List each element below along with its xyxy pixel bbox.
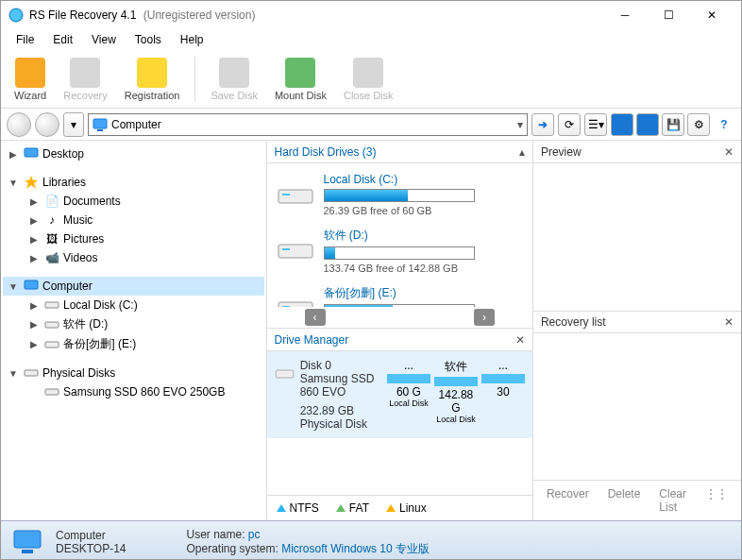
main-area: ▶ Desktop ▼ Libraries ▶📄Documents▶♪Music…	[1, 141, 741, 520]
close-icon[interactable]: ✕	[515, 333, 525, 347]
menu-tools[interactable]: Tools	[126, 31, 171, 48]
svg-rect-9	[25, 370, 38, 376]
drive-icon	[24, 365, 39, 381]
drive-icon	[44, 297, 59, 313]
toolbar: Wizard Recovery Registration Save Disk M…	[1, 50, 741, 109]
recovery-list-body	[533, 333, 741, 481]
chevron-down-icon[interactable]: ▼	[7, 281, 20, 292]
minimize-button[interactable]: ─	[603, 1, 647, 29]
menu-view[interactable]: View	[82, 31, 126, 48]
tree-library-item[interactable]: ▶🖼Pictures	[24, 229, 264, 248]
statusbar: Computer DESKTOP-14 User name: pc Operat…	[1, 520, 741, 560]
svg-rect-12	[282, 194, 290, 195]
collapse-icon[interactable]: ▴	[519, 145, 525, 159]
library-icon: ♪	[44, 212, 59, 228]
disk-partition[interactable]: 软件142.88 GLocal Disk	[434, 359, 478, 431]
nav-history-dropdown[interactable]: ▾	[63, 112, 84, 137]
disk-partition[interactable]: ...60 GLocal Disk	[387, 359, 430, 431]
save-button[interactable]: 💾	[662, 113, 684, 136]
computer-icon	[93, 117, 108, 132]
right-panel: Preview ✕ Recovery list ✕ RecoverDeleteC…	[533, 141, 741, 520]
toolbar-mount-disk[interactable]: Mount Disk	[267, 56, 334, 103]
address-bar[interactable]: ▾	[88, 113, 528, 136]
svg-rect-6	[45, 302, 59, 308]
refresh-button[interactable]: ⟳	[558, 113, 581, 136]
menu-edit[interactable]: Edit	[43, 31, 82, 48]
scroll-right-button[interactable]: ›	[474, 309, 495, 326]
recovery-delete-button[interactable]: Delete	[600, 484, 649, 517]
view-mode-button[interactable]: ☰▾	[584, 113, 607, 136]
tree-library-item[interactable]: ▶📄Documents	[24, 192, 264, 211]
recovery-recover-button[interactable]: Recover	[539, 484, 597, 517]
toolbar-close-disk: Close Disk	[336, 56, 401, 103]
close-icon[interactable]: ✕	[724, 315, 734, 329]
drive-item[interactable]: 软件 (D:) 133.74 GB free of 142.88 GB	[271, 222, 529, 280]
svg-rect-10	[45, 389, 59, 395]
titlebar: RS File Recovery 4.1 (Unregistered versi…	[1, 1, 741, 29]
fs-legend: NTFSFATLinux	[267, 495, 532, 520]
nav-forward-button[interactable]	[35, 112, 59, 137]
computer-icon	[12, 529, 42, 555]
preview-title: Preview	[541, 145, 724, 159]
disk-partition[interactable]: ...30	[481, 359, 525, 431]
address-input[interactable]	[111, 118, 517, 131]
panel-btn-2[interactable]	[636, 113, 659, 136]
svg-rect-13	[278, 245, 312, 258]
tree-drive-item[interactable]: ▶备份[勿删] (E:)	[24, 334, 264, 354]
fs-legend-item: NTFS	[277, 501, 319, 515]
tree-library-item[interactable]: ▶♪Music	[24, 211, 264, 229]
drive-manager-title: Drive Manager	[275, 333, 515, 347]
menubar: File Edit View Tools Help	[1, 29, 741, 50]
svg-rect-5	[25, 280, 38, 289]
computer-icon	[24, 279, 39, 294]
tree-desktop[interactable]: ▶ Desktop	[3, 144, 264, 163]
svg-rect-3	[25, 148, 38, 157]
svg-rect-1	[93, 119, 107, 128]
tree-library-item[interactable]: ▶📹Videos	[24, 248, 264, 267]
app-icon	[8, 8, 24, 23]
address-dropdown-icon[interactable]: ▾	[517, 118, 523, 131]
drive-manager-panel: Drive Manager ✕ Disk 0 Samsung SSD 860 E…	[267, 328, 532, 520]
scroll-left-button[interactable]: ‹	[305, 309, 326, 326]
svg-rect-14	[282, 248, 290, 250]
recovery-menu-button[interactable]: ⋮⋮	[698, 484, 735, 517]
tree-computer[interactable]: ▼ Computer	[3, 277, 264, 296]
tree-drive-item[interactable]: ▶软件 (D:)	[24, 314, 264, 334]
tree-physical-disks[interactable]: ▼ Physical Disks	[3, 364, 264, 382]
svg-point-0	[9, 8, 23, 22]
svg-rect-7	[45, 322, 59, 328]
svg-rect-8	[45, 342, 59, 348]
svg-marker-4	[25, 176, 38, 189]
menu-file[interactable]: File	[7, 31, 43, 48]
toolbar-registration[interactable]: Registration	[117, 56, 188, 103]
tree-libraries[interactable]: ▼ Libraries	[3, 173, 264, 192]
maximize-button[interactable]: ☐	[647, 1, 690, 29]
close-icon[interactable]: ✕	[724, 145, 734, 159]
help-button[interactable]: ?	[713, 113, 735, 136]
disk-icon	[275, 359, 295, 389]
toolbar-wizard[interactable]: Wizard	[7, 56, 54, 103]
monitor-icon	[24, 146, 39, 161]
close-button[interactable]: ✕	[690, 1, 734, 29]
window-title: RS File Recovery 4.1 (Unregistered versi…	[29, 8, 603, 22]
disk-row[interactable]: Disk 0 Samsung SSD 860 EVO 232.89 GB Phy…	[267, 351, 532, 438]
tree-drive-item[interactable]: ▶Local Disk (C:)	[24, 296, 264, 314]
chevron-down-icon[interactable]: ▼	[7, 368, 20, 379]
drive-icon	[275, 173, 316, 211]
recovery-clear-list-button[interactable]: Clear List	[651, 484, 694, 517]
tree-physical-disk-item[interactable]: ▶Samsung SSD 860 EVO 250GB	[24, 382, 264, 401]
panel-btn-1[interactable]	[611, 113, 633, 136]
drive-item[interactable]: 备份[勿删] (E:) 16.22 GB free of 30 GB	[271, 280, 529, 307]
drive-item[interactable]: Local Disk (C:) 26.39 GB free of 60 GB	[271, 167, 529, 222]
library-icon: 🖼	[44, 231, 59, 246]
center-panel: Hard Disk Drives (3) ▴ Local Disk (C:) 2…	[267, 141, 533, 520]
star-icon	[24, 175, 39, 190]
chevron-right-icon[interactable]: ▶	[7, 149, 20, 160]
svg-rect-19	[22, 550, 33, 553]
navbar: ▾ ▾ ➜ ⟳ ☰▾ 💾 ⚙ ?	[1, 109, 741, 141]
settings-button[interactable]: ⚙	[687, 113, 710, 136]
go-button[interactable]: ➜	[531, 113, 554, 136]
nav-back-button[interactable]	[7, 112, 31, 137]
menu-help[interactable]: Help	[171, 31, 213, 48]
chevron-down-icon[interactable]: ▼	[7, 178, 20, 188]
